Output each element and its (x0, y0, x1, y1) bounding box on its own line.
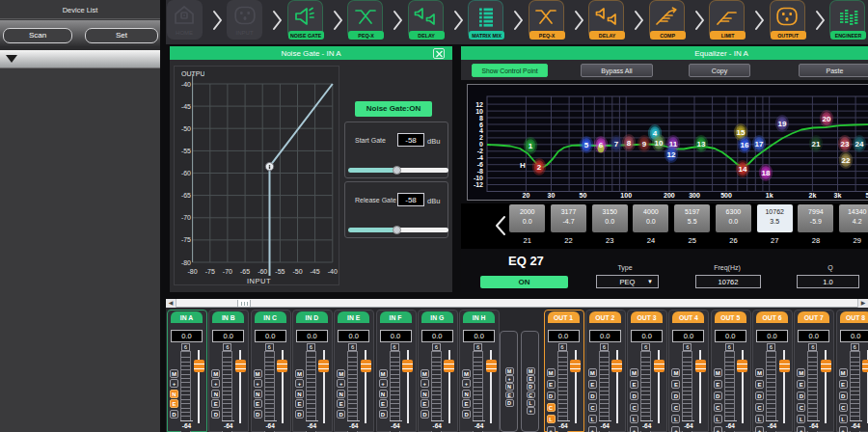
svg-text:9: 9 (642, 140, 647, 148)
svg-text:13: 13 (697, 140, 706, 148)
svg-text:10: 10 (655, 139, 664, 148)
svg-text:7: 7 (614, 140, 619, 148)
svg-text:16: 16 (741, 141, 749, 149)
svg-text:20: 20 (823, 115, 831, 123)
svg-text:8: 8 (627, 139, 632, 148)
svg-text:6: 6 (599, 141, 604, 149)
svg-text:17: 17 (755, 140, 764, 148)
svg-text:18: 18 (762, 169, 771, 177)
svg-text:14: 14 (739, 165, 747, 174)
svg-text:21: 21 (812, 140, 821, 148)
svg-text:22: 22 (842, 156, 851, 165)
svg-text:5: 5 (584, 141, 589, 149)
svg-text:2: 2 (537, 163, 542, 172)
svg-text:15: 15 (737, 128, 746, 137)
svg-text:H: H (520, 161, 526, 170)
svg-text:24: 24 (855, 140, 864, 148)
svg-text:1: 1 (529, 142, 533, 150)
svg-text:23: 23 (841, 140, 850, 148)
svg-text:19: 19 (778, 120, 787, 128)
svg-text:12: 12 (667, 150, 676, 159)
